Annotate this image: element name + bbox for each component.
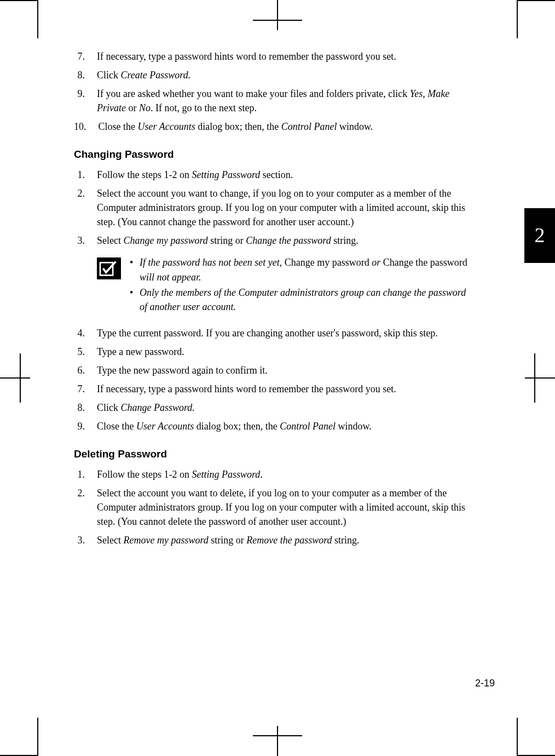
note-callout: •If the password has not been set yet, C… [97, 255, 470, 314]
text-run: Click [97, 70, 121, 81]
text-run: or [369, 257, 383, 268]
list-item: 9.If you are asked whether you want to m… [74, 87, 470, 115]
heading-deleting-password: Deleting Password [74, 446, 470, 462]
text-run: Remove my password [123, 535, 208, 546]
text-run: Change the password [246, 235, 331, 246]
list-item: 6.Type the new password again to confirm… [74, 363, 470, 377]
text-run: Setting Password [192, 469, 261, 480]
list-item: 1.Follow the steps 1-2 on Setting Passwo… [74, 168, 470, 182]
list-text: If you are asked whether you want to mak… [97, 87, 470, 115]
text-run: string. [331, 235, 359, 246]
text-run: Select the account you want to delete, i… [97, 488, 465, 527]
list-text: Close the User Accounts dialog box; then… [99, 119, 471, 134]
text-run: Create Password. [121, 70, 191, 81]
text-run: Control Panel [280, 421, 336, 432]
list-number: 5. [74, 345, 97, 359]
text-run: If necessary, type a password hints word… [97, 51, 396, 62]
text-run: Type a new password. [97, 346, 184, 357]
list-number: 1. [74, 168, 97, 182]
list-text: Select the account you want to delete, i… [97, 486, 470, 529]
list-item: 7.If necessary, type a password hints wo… [74, 49, 470, 64]
list-item: 10.Close the User Accounts dialog box; t… [74, 119, 470, 134]
text-run: dialog box; then, the [194, 421, 280, 432]
list-text: Follow the steps 1-2 on Setting Password… [97, 168, 470, 182]
text-run: Follow the steps 1-2 on [97, 169, 192, 180]
list-text: Select Change my password string or Chan… [97, 233, 470, 248]
list-text: Click Change Password. [97, 400, 470, 415]
text-run: window. [336, 421, 372, 432]
list-item: 5.Type a new password. [74, 345, 470, 359]
text-run: Change the password [383, 257, 467, 268]
list-item: 9.Close the User Accounts dialog box; th… [74, 419, 470, 433]
numbered-list: 7.If necessary, type a password hints wo… [74, 49, 470, 134]
list-number: 9. [74, 419, 97, 433]
list-number: 9. [74, 87, 97, 115]
text-run: Select the account you want to change, i… [97, 188, 465, 227]
text-run: string or [209, 535, 247, 546]
text-run: User Accounts [138, 121, 195, 132]
list-text: Select the account you want to change, i… [97, 186, 470, 229]
checkmark-icon [97, 257, 121, 279]
text-run: section. [260, 169, 293, 180]
text-run: Control Panel [281, 121, 337, 132]
text-run: Change my password [285, 257, 369, 268]
list-item: 4.Type the current password. If you are … [74, 326, 470, 340]
text-run: Select [97, 235, 123, 246]
list-text: Select Remove my password string or Remo… [97, 533, 470, 547]
text-run: If you are asked whether you want to mak… [97, 88, 410, 99]
text-run: No [139, 102, 151, 113]
text-run: window. [337, 121, 373, 132]
list-number: 2. [74, 186, 97, 229]
svg-rect-0 [100, 263, 113, 276]
numbered-list: 1.Follow the steps 1-2 on Setting Passwo… [74, 467, 470, 547]
list-number: 1. [74, 467, 97, 482]
list-text: Follow the steps 1-2 on Setting Password… [97, 467, 470, 482]
list-number: 3. [74, 233, 97, 248]
bullet-item: •If the password has not been set yet, C… [130, 255, 470, 284]
list-number: 4. [74, 326, 97, 340]
list-number: 8. [74, 68, 97, 82]
text-run: Type the current password. If you are ch… [97, 328, 438, 339]
text-run: dialog box; then, the [195, 121, 281, 132]
list-item: 8.Click Change Password. [74, 400, 470, 415]
text-run: Close the [97, 421, 136, 432]
list-number: 3. [74, 533, 97, 547]
text-run: string or [208, 235, 246, 246]
list-item: 3.Select Remove my password string or Re… [74, 533, 470, 547]
text-run: . [260, 469, 263, 480]
text-run: If necessary, type a password hints word… [97, 383, 396, 394]
bullet-mark: • [130, 285, 140, 314]
list-text: Click Create Password. [97, 68, 470, 82]
text-run: . If not, go to the next step. [151, 102, 257, 113]
numbered-list: 4.Type the current password. If you are … [74, 326, 470, 434]
list-item: 2.Select the account you want to change,… [74, 186, 470, 229]
text-run: Click [97, 402, 121, 413]
list-number: 7. [74, 49, 97, 64]
list-number: 2. [74, 486, 97, 529]
text-run: Follow the steps 1-2 on [97, 469, 192, 480]
text-run: Type the new password again to confirm i… [97, 365, 268, 376]
list-number: 8. [74, 400, 97, 415]
list-number: 6. [74, 363, 97, 377]
list-number: 7. [74, 382, 97, 396]
numbered-list: 1.Follow the steps 1-2 on Setting Passwo… [74, 168, 470, 248]
text-run: will not appear. [140, 272, 201, 283]
heading-changing-password: Changing Password [74, 147, 470, 162]
list-item: 3.Select Change my password string or Ch… [74, 233, 470, 248]
bullet-mark: • [130, 255, 140, 284]
bullet-item: •Only the members of the Computer admini… [130, 285, 470, 314]
text-run: Remove the password [246, 535, 332, 546]
list-text: Type the current password. If you are ch… [97, 326, 470, 340]
text-run: or [126, 102, 139, 113]
text-run: User Accounts [136, 421, 194, 432]
list-number: 10. [74, 119, 99, 134]
list-item: 8.Click Create Password. [74, 68, 470, 82]
text-run: Change my password [123, 235, 207, 246]
page-number: 2-19 [475, 676, 495, 690]
text-run: If the password has not been set yet, [140, 257, 285, 268]
list-text: If necessary, type a password hints word… [97, 49, 470, 64]
list-item: 7.If necessary, type a password hints wo… [74, 382, 470, 396]
text-run: Close the [99, 121, 138, 132]
list-text: Type a new password. [97, 345, 470, 359]
bullet-text: Only the members of the Computer adminis… [140, 285, 470, 314]
